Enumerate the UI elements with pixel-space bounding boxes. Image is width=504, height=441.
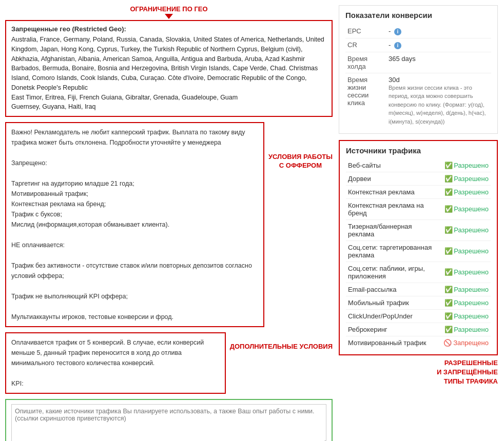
metrics-label-cr: CR xyxy=(345,38,386,52)
geo-annotation-wrapper: ОГРАНИЧЕНИЕ ПО ГЕО Запрещенные гео (Rest… xyxy=(5,5,333,117)
additional-annotation: ДОПОЛНИТЕЛЬНЫЕ УСЛОВИЯ xyxy=(230,332,333,351)
traffic-status-rebrokering: ✅Разрешено xyxy=(441,323,491,336)
main-layout: ОГРАНИЧЕНИЕ ПО ГЕО Запрещенные гео (Rest… xyxy=(5,5,498,441)
metrics-label-hold: Времяхолда xyxy=(345,52,386,73)
metrics-value-session: 30d Время жизни сессии клика - это перио… xyxy=(386,73,491,128)
traffic-row-contextual-brand: Контекстная реклама на бренд ✅Разрешено xyxy=(346,198,491,219)
traffic-label-email: Email-рассылка xyxy=(346,283,441,296)
additional-left: Оплачивается трафик от 5 конверсий. В сл… xyxy=(5,332,226,394)
additional-wrapper: Оплачивается трафик от 5 конверсий. В сл… xyxy=(5,332,333,394)
left-column: ОГРАНИЧЕНИЕ ПО ГЕО Запрещенные гео (Rest… xyxy=(5,5,333,441)
traffic-label-rebrokering: Реброкеринг xyxy=(346,323,441,336)
traffic-row-websites: Веб-сайты ✅Разрешено xyxy=(346,159,491,172)
traffic-label-clickunder: ClickUnder/PopUnder xyxy=(346,309,441,323)
traffic-row-social-apps: Соц.сети: паблики, игры, приложения ✅Раз… xyxy=(346,262,491,283)
metrics-value-cr: - i xyxy=(386,38,491,52)
traffic-row-email: Email-рассылка ✅Разрешено xyxy=(346,283,491,296)
additional-content: Оплачивается трафик от 5 конверсий. В сл… xyxy=(11,337,220,389)
traffic-label-websites: Веб-сайты xyxy=(346,159,441,172)
right-column: Показатели конверсии EPC - i CR - i xyxy=(339,5,498,441)
geo-annotation: ОГРАНИЧЕНИЕ ПО ГЕО xyxy=(5,5,333,19)
metrics-label-session: Времяжизнисессииклика xyxy=(345,73,386,128)
conditions-box: Важно! Рекламодатель не любит капперский… xyxy=(5,122,264,327)
traffic-types-annotation: РАЗРЕШЕННЫЕИ ЗАПРЕЩЁННЫЕТИПЫ ТРАФИКА xyxy=(339,358,498,387)
metrics-table: EPC - i CR - i Времяхолда 365 days xyxy=(345,25,491,128)
traffic-row-contextual: Контекстная реклама ✅Разрешено xyxy=(346,185,491,198)
traffic-table: Веб-сайты ✅Разрешено Дорвеи ✅Разрешено К… xyxy=(346,159,491,349)
traffic-row-clickunder: ClickUnder/PopUnder ✅Разрешено xyxy=(346,309,491,323)
traffic-status-teaser: ✅Разрешено xyxy=(441,219,491,240)
metrics-row-cr: CR - i xyxy=(345,38,491,52)
metrics-row-epc: EPC - i xyxy=(345,25,491,38)
geo-annotation-text: ОГРАНИЧЕНИЕ ПО ГЕО xyxy=(130,5,207,13)
traffic-row-mobile: Мобильный трафик ✅Разрешено xyxy=(346,296,491,309)
traffic-status-contextual-brand: ✅Разрешено xyxy=(441,198,491,219)
metrics-row-hold: Времяхолда 365 days xyxy=(345,52,491,73)
traffic-status-social-targeted: ✅Разрешено xyxy=(441,240,491,262)
traffic-label-mobile: Мобильный трафик xyxy=(346,296,441,309)
traffic-box: Источники трафика Веб-сайты ✅Разрешено Д… xyxy=(339,140,498,355)
conditions-annotation: УСЛОВИЯ РАБОТЫС ОФФЕРОМ xyxy=(268,122,333,170)
traffic-row-motivated: Мотивированный трафик 🚫 Запрещено xyxy=(346,336,491,349)
metrics-value-epc: - i xyxy=(386,25,491,38)
additional-box: Оплачивается трафик от 5 конверсий. В сл… xyxy=(5,332,226,394)
traffic-label-contextual: Контекстная реклама xyxy=(346,185,441,198)
metrics-session-note: Время жизни сессии клика - это период, к… xyxy=(389,85,486,125)
traffic-label-social-targeted: Соц.сети: таргетированная реклама xyxy=(346,240,441,262)
traffic-status-motivated: 🚫 Запрещено xyxy=(441,336,491,349)
traffic-label-doorways: Дорвеи xyxy=(346,172,441,185)
metrics-box: Показатели конверсии EPC - i CR - i xyxy=(339,5,498,134)
traffic-row-doorways: Дорвеи ✅Разрешено xyxy=(346,172,491,185)
textarea-section: Я ХОЧУ ПРИВЛЕКАТЬ ТРАФИК С САЙТА AFFEXPE… xyxy=(5,399,333,441)
conditions-wrapper: Важно! Рекламодатель не любит капперский… xyxy=(5,122,333,327)
traffic-status-websites: ✅Разрешено xyxy=(441,159,491,172)
conditions-annotation-text: УСЛОВИЯ РАБОТЫС ОФФЕРОМ xyxy=(268,153,333,170)
metrics-title: Показатели конверсии xyxy=(345,11,491,19)
geo-box: Запрещенные гео (Restricted Geo): Austra… xyxy=(5,20,333,117)
additional-annotation-text: ДОПОЛНИТЕЛЬНЫЕ УСЛОВИЯ xyxy=(230,343,333,351)
traffic-sources-wrapper: Источники трафика Веб-сайты ✅Разрешено Д… xyxy=(339,140,498,387)
traffic-status-doorways: ✅Разрешено xyxy=(441,172,491,185)
geo-annotation-arrow xyxy=(165,14,173,19)
traffic-status-email: ✅Разрешено xyxy=(441,283,491,296)
traffic-title: Источники трафика xyxy=(346,146,491,155)
metrics-row-session: Времяжизнисессииклика 30d Время жизни се… xyxy=(345,73,491,128)
traffic-row-social-targeted: Соц.сети: таргетированная реклама ✅Разре… xyxy=(346,240,491,262)
traffic-status-clickunder: ✅Разрешено xyxy=(441,309,491,323)
cr-info-icon[interactable]: i xyxy=(394,42,401,49)
traffic-label-contextual-brand: Контекстная реклама на бренд xyxy=(346,198,441,219)
traffic-status-social-apps: ✅Разрешено xyxy=(441,262,491,283)
traffic-label-motivated: Мотивированный трафик xyxy=(346,336,441,349)
traffic-status-mobile: ✅Разрешено xyxy=(441,296,491,309)
metrics-label-epc: EPC xyxy=(345,25,386,38)
traffic-row-rebrokering: Реброкеринг ✅Разрешено xyxy=(346,323,491,336)
epc-info-icon[interactable]: i xyxy=(394,28,401,35)
conditions-content: Важно! Рекламодатель не любит капперский… xyxy=(11,127,258,322)
geo-box-title: Запрещенные гео (Restricted Geo): xyxy=(11,25,326,33)
traffic-label-social-apps: Соц.сети: паблики, игры, приложения xyxy=(346,262,441,283)
conditions-left: Важно! Рекламодатель не любит капперский… xyxy=(5,122,264,327)
geo-box-content: Australia, France, Germany, Poland, Russ… xyxy=(11,35,326,112)
traffic-sources-textarea[interactable] xyxy=(11,404,326,441)
traffic-status-contextual: ✅Разрешено xyxy=(441,185,491,198)
metrics-value-hold: 365 days xyxy=(386,52,491,73)
traffic-label-teaser: Тизерная/баннерная реклама xyxy=(346,219,441,240)
textarea-box: Я ХОЧУ ПРИВЛЕКАТЬ ТРАФИК С САЙТА AFFEXPE… xyxy=(5,399,333,441)
traffic-row-teaser: Тизерная/баннерная реклама ✅Разрешено xyxy=(346,219,491,240)
